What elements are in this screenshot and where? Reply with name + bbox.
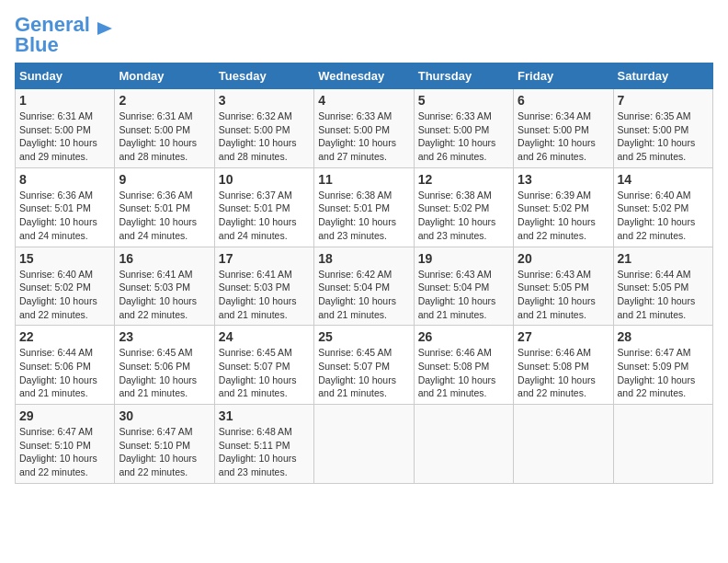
calendar-table: SundayMondayTuesdayWednesdayThursdayFrid… [15, 63, 713, 484]
calendar-cell: 15 Sunrise: 6:40 AMSunset: 5:02 PMDaylig… [16, 247, 115, 326]
calendar-cell: 4 Sunrise: 6:33 AMSunset: 5:00 PMDayligh… [314, 89, 414, 168]
day-number: 22 [19, 329, 110, 344]
calendar-week-row: 8 Sunrise: 6:36 AMSunset: 5:01 PMDayligh… [16, 167, 713, 247]
day-number: 19 [418, 251, 509, 266]
day-number: 17 [219, 251, 310, 266]
day-info: Sunrise: 6:45 AMSunset: 5:06 PMDaylight:… [119, 346, 210, 400]
calendar-cell: 5 Sunrise: 6:33 AMSunset: 5:00 PMDayligh… [414, 89, 513, 168]
calendar-cell: 13 Sunrise: 6:39 AMSunset: 5:02 PMDaylig… [514, 167, 613, 247]
calendar-week-row: 22 Sunrise: 6:44 AMSunset: 5:06 PMDaylig… [16, 326, 713, 405]
day-info: Sunrise: 6:33 AMSunset: 5:00 PMDaylight:… [418, 109, 509, 164]
day-number: 9 [119, 172, 210, 187]
day-number: 30 [119, 408, 210, 423]
day-info: Sunrise: 6:45 AMSunset: 5:07 PMDaylight:… [318, 346, 409, 400]
calendar-cell: 25 Sunrise: 6:45 AMSunset: 5:07 PMDaylig… [314, 326, 414, 405]
day-info: Sunrise: 6:45 AMSunset: 5:07 PMDaylight:… [219, 346, 310, 400]
day-info: Sunrise: 6:34 AMSunset: 5:00 PMDaylight:… [518, 109, 609, 164]
day-number: 16 [119, 251, 210, 266]
calendar-cell: 31 Sunrise: 6:48 AMSunset: 5:11 PMDaylig… [214, 405, 313, 484]
day-number: 15 [19, 251, 110, 266]
day-number: 26 [418, 329, 509, 344]
calendar-cell: 20 Sunrise: 6:43 AMSunset: 5:05 PMDaylig… [514, 247, 613, 326]
calendar-cell: 29 Sunrise: 6:47 AMSunset: 5:10 PMDaylig… [16, 405, 115, 484]
calendar-cell: 19 Sunrise: 6:43 AMSunset: 5:04 PMDaylig… [414, 247, 513, 326]
day-number: 28 [618, 329, 709, 344]
calendar-cell: 27 Sunrise: 6:46 AMSunset: 5:08 PMDaylig… [514, 326, 613, 405]
calendar-week-row: 29 Sunrise: 6:47 AMSunset: 5:10 PMDaylig… [16, 405, 713, 484]
page-header: General Blue [15, 15, 713, 55]
calendar-cell: 3 Sunrise: 6:32 AMSunset: 5:00 PMDayligh… [214, 89, 313, 168]
calendar-cell: 6 Sunrise: 6:34 AMSunset: 5:00 PMDayligh… [514, 89, 613, 168]
calendar-cell: 23 Sunrise: 6:45 AMSunset: 5:06 PMDaylig… [115, 326, 214, 405]
day-number: 14 [618, 172, 709, 187]
day-info: Sunrise: 6:41 AMSunset: 5:03 PMDaylight:… [119, 268, 210, 322]
day-number: 12 [418, 172, 509, 187]
day-info: Sunrise: 6:31 AMSunset: 5:00 PMDaylight:… [19, 109, 110, 164]
day-info: Sunrise: 6:48 AMSunset: 5:11 PMDaylight:… [219, 425, 310, 479]
day-number: 18 [318, 251, 409, 266]
calendar-cell: 17 Sunrise: 6:41 AMSunset: 5:03 PMDaylig… [214, 247, 313, 326]
calendar-cell: 22 Sunrise: 6:44 AMSunset: 5:06 PMDaylig… [16, 326, 115, 405]
day-info: Sunrise: 6:46 AMSunset: 5:08 PMDaylight:… [518, 346, 609, 400]
day-info: Sunrise: 6:38 AMSunset: 5:01 PMDaylight:… [318, 189, 409, 243]
day-number: 4 [318, 93, 409, 108]
day-number: 8 [19, 172, 110, 187]
day-number: 23 [119, 329, 210, 344]
logo-blue: Blue [15, 33, 59, 56]
day-number: 11 [318, 172, 409, 187]
day-info: Sunrise: 6:39 AMSunset: 5:02 PMDaylight:… [518, 189, 609, 243]
header-saturday: Saturday [613, 63, 712, 89]
calendar-header-row: SundayMondayTuesdayWednesdayThursdayFrid… [16, 63, 713, 89]
calendar-week-row: 1 Sunrise: 6:31 AMSunset: 5:00 PMDayligh… [16, 89, 713, 168]
calendar-cell: 12 Sunrise: 6:38 AMSunset: 5:02 PMDaylig… [414, 167, 513, 247]
day-number: 3 [219, 93, 310, 108]
calendar-cell: 1 Sunrise: 6:31 AMSunset: 5:00 PMDayligh… [16, 89, 115, 168]
calendar-cell [514, 405, 613, 484]
svg-marker-0 [97, 22, 112, 35]
day-info: Sunrise: 6:40 AMSunset: 5:02 PMDaylight:… [618, 189, 709, 243]
day-number: 6 [518, 93, 609, 108]
header-sunday: Sunday [16, 63, 115, 89]
calendar-cell: 14 Sunrise: 6:40 AMSunset: 5:02 PMDaylig… [613, 167, 712, 247]
header-friday: Friday [514, 63, 613, 89]
day-info: Sunrise: 6:33 AMSunset: 5:00 PMDaylight:… [318, 109, 409, 164]
day-info: Sunrise: 6:38 AMSunset: 5:02 PMDaylight:… [418, 189, 509, 243]
header-tuesday: Tuesday [214, 63, 313, 89]
header-monday: Monday [115, 63, 214, 89]
day-number: 27 [518, 329, 609, 344]
calendar-cell: 9 Sunrise: 6:36 AMSunset: 5:01 PMDayligh… [115, 167, 214, 247]
calendar-cell: 11 Sunrise: 6:38 AMSunset: 5:01 PMDaylig… [314, 167, 414, 247]
logo: General Blue [15, 15, 114, 55]
calendar-cell: 8 Sunrise: 6:36 AMSunset: 5:01 PMDayligh… [16, 167, 115, 247]
calendar-cell [314, 405, 414, 484]
logo-text: General Blue [15, 15, 90, 55]
day-info: Sunrise: 6:36 AMSunset: 5:01 PMDaylight:… [119, 189, 210, 243]
day-number: 29 [19, 408, 110, 423]
day-info: Sunrise: 6:40 AMSunset: 5:02 PMDaylight:… [19, 268, 110, 322]
day-info: Sunrise: 6:47 AMSunset: 5:09 PMDaylight:… [618, 346, 709, 400]
day-info: Sunrise: 6:47 AMSunset: 5:10 PMDaylight:… [119, 425, 210, 479]
day-number: 21 [618, 251, 709, 266]
header-thursday: Thursday [414, 63, 513, 89]
day-info: Sunrise: 6:32 AMSunset: 5:00 PMDaylight:… [219, 109, 310, 164]
calendar-cell [414, 405, 513, 484]
calendar-cell [613, 405, 712, 484]
day-number: 13 [518, 172, 609, 187]
day-info: Sunrise: 6:47 AMSunset: 5:10 PMDaylight:… [19, 425, 110, 479]
calendar-cell: 24 Sunrise: 6:45 AMSunset: 5:07 PMDaylig… [214, 326, 313, 405]
day-info: Sunrise: 6:44 AMSunset: 5:05 PMDaylight:… [618, 268, 709, 322]
calendar-cell: 30 Sunrise: 6:47 AMSunset: 5:10 PMDaylig… [115, 405, 214, 484]
day-info: Sunrise: 6:41 AMSunset: 5:03 PMDaylight:… [219, 268, 310, 322]
day-info: Sunrise: 6:43 AMSunset: 5:04 PMDaylight:… [418, 268, 509, 322]
calendar-cell: 7 Sunrise: 6:35 AMSunset: 5:00 PMDayligh… [613, 89, 712, 168]
day-number: 5 [418, 93, 509, 108]
day-number: 31 [219, 408, 310, 423]
day-number: 1 [19, 93, 110, 108]
calendar-cell: 26 Sunrise: 6:46 AMSunset: 5:08 PMDaylig… [414, 326, 513, 405]
day-info: Sunrise: 6:31 AMSunset: 5:00 PMDaylight:… [119, 109, 210, 164]
calendar-cell: 21 Sunrise: 6:44 AMSunset: 5:05 PMDaylig… [613, 247, 712, 326]
day-info: Sunrise: 6:35 AMSunset: 5:00 PMDaylight:… [618, 109, 709, 164]
day-number: 2 [119, 93, 210, 108]
calendar-week-row: 15 Sunrise: 6:40 AMSunset: 5:02 PMDaylig… [16, 247, 713, 326]
logo-arrow-icon [94, 18, 114, 39]
